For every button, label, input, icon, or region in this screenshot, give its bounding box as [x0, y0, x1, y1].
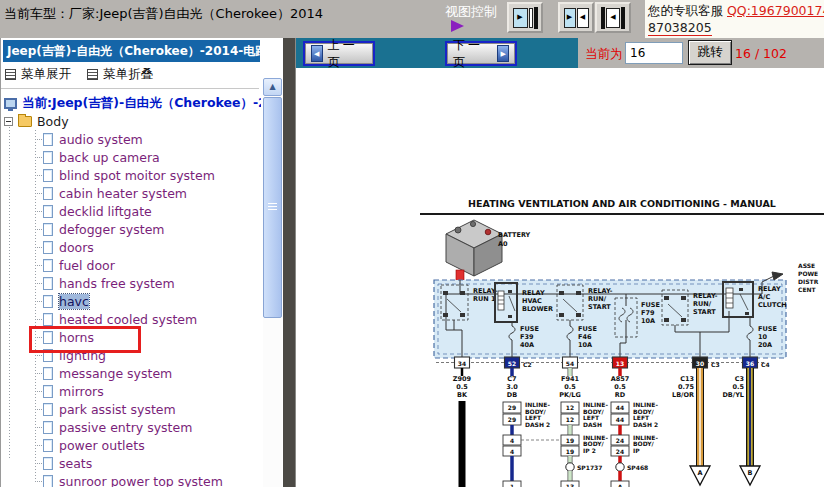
customer-service-area: 您的专职客服 QQ:1967900174 87038205: [645, 0, 824, 38]
tree-item-back-up-camera[interactable]: back up camera: [1, 148, 261, 166]
prev-page-button[interactable]: ◀ 上一页: [303, 41, 375, 66]
svg-text:IP 2: IP 2: [583, 447, 596, 454]
tree-item-havc-selected[interactable]: havc: [1, 292, 261, 310]
tree-item-sunroof-power-top[interactable]: sunroor power top system: [1, 472, 261, 487]
tree-item-cabin-heater[interactable]: cabin heater system: [1, 184, 261, 202]
system-tree: 当前:Jeep(吉普)-自由光（Cherokee）-20 Body audio …: [1, 88, 261, 487]
tree-item-decklid-liftgate[interactable]: decklid liftgate: [1, 202, 261, 220]
svg-text:BODY/: BODY/: [583, 440, 605, 447]
tree-item-blind-spot[interactable]: blind spot moitor system: [1, 166, 261, 184]
relay-run-start-label: RUN/: [588, 295, 607, 303]
svg-text:29: 29: [508, 404, 516, 411]
page-icon: [43, 187, 53, 200]
pin-number: 52: [508, 360, 516, 367]
service-label: 您的专职客服: [648, 3, 723, 18]
svg-text:A857: A857: [611, 375, 630, 383]
page-icon: [43, 457, 53, 470]
tree-folder-body[interactable]: Body: [1, 112, 261, 130]
pan-center-button[interactable]: ▶ ◀: [558, 2, 594, 33]
relay-run-start2-label: RELAY-: [693, 292, 718, 300]
tree-item-hands-free[interactable]: hands free system: [1, 274, 261, 292]
connector-label: C4: [761, 361, 770, 368]
splice-point: [566, 463, 574, 471]
wire-z909: Z909 0.5 BK: [453, 368, 472, 487]
fuse-f79-label: 10A: [641, 317, 655, 325]
pan-left-button[interactable]: ◀: [595, 2, 631, 33]
tree-item-message-system[interactable]: messange system: [1, 364, 261, 382]
qq-contact-link[interactable]: QQ:1967900174: [727, 3, 824, 18]
page-number-input[interactable]: [625, 42, 683, 64]
prev-page-label: 上一页: [328, 37, 367, 71]
view-control-label: 视图控制: [445, 3, 497, 21]
pan-right-button[interactable]: ▶: [507, 2, 543, 33]
svg-text:0.75: 0.75: [678, 383, 695, 391]
panel-divider[interactable]: [283, 38, 296, 487]
pin-number: 30: [696, 360, 704, 367]
svg-text:3.0: 3.0: [506, 383, 518, 391]
svg-text:IP: IP: [633, 447, 640, 454]
svg-text:29: 29: [508, 416, 516, 423]
tree-item-audio-system[interactable]: audio system: [1, 130, 261, 148]
svg-text:BK: BK: [457, 391, 468, 399]
sidebar-scrollbar[interactable]: ▲: [263, 78, 282, 487]
jump-button[interactable]: 跳转: [688, 40, 732, 65]
page-icon: [43, 169, 53, 182]
svg-text:0.5: 0.5: [456, 383, 468, 391]
wiring-diagram: HEATING VENTILATION AND AIR CONDITIONING…: [296, 68, 824, 487]
page-icon: [43, 151, 53, 164]
relay-ac-clutch-label: CLUTCH: [758, 301, 787, 309]
collapse-toggle-icon[interactable]: [4, 117, 13, 126]
sidebar: Jeep(吉普)-自由光（Cherokee）-2014-电路图 菜单展开 菜单折…: [0, 38, 283, 487]
svg-text:F941: F941: [561, 375, 579, 383]
page-nav-bar: ◀ 上一页 下一页 ▶ 当前为 跳转 16 / 102: [296, 38, 824, 68]
menu-list-icon: [5, 69, 16, 80]
page-icon: [43, 313, 53, 326]
svg-text:A: A: [697, 469, 702, 477]
tree-item-power-outlets[interactable]: power outlets: [1, 436, 261, 454]
relay-run-start-label: START: [588, 303, 611, 311]
page-icon: [43, 133, 53, 146]
menu-collapse-button[interactable]: 菜单折叠: [87, 66, 153, 83]
svg-text:A: A: [618, 483, 623, 487]
page-icon: [43, 223, 53, 236]
tree-item-doors[interactable]: doors: [1, 238, 261, 256]
pdc-label: POWE: [798, 270, 818, 277]
tree-item-mirrors[interactable]: mirrors: [1, 382, 261, 400]
tree-item-park-assist[interactable]: park assist system: [1, 400, 261, 418]
right-arrow-icon: ▶: [497, 45, 509, 62]
page-indicator: 16 / 102: [735, 46, 787, 61]
svg-text:Z909: Z909: [453, 375, 472, 383]
next-page-button[interactable]: 下一页 ▶: [445, 41, 517, 66]
next-page-label: 下一页: [453, 37, 492, 71]
menu-commands: 菜单展开 菜单折叠: [5, 66, 153, 83]
tree-item-seats[interactable]: seats: [1, 454, 261, 472]
wire-c13: C13 0.75 LB/OR A: [672, 368, 710, 485]
svg-text:DASH 2: DASH 2: [633, 421, 658, 428]
fuse-f39-label: 40A: [520, 341, 534, 349]
scroll-up-icon[interactable]: ▲: [263, 78, 282, 96]
pdc-label: ASSE: [798, 262, 815, 269]
tree-item-defogger[interactable]: defogger system: [1, 220, 261, 238]
pdc-label: DISTR: [798, 278, 819, 285]
fuse-f79-label: FUSE: [641, 301, 660, 309]
tree-item-fuel-door[interactable]: fuel door: [1, 256, 261, 274]
tree-root-node[interactable]: 当前:Jeep(吉普)-自由光（Cherokee）-20: [1, 94, 261, 112]
page-icon: [43, 367, 53, 380]
svg-text:24: 24: [616, 437, 624, 444]
pin-number: 36: [746, 360, 754, 367]
current-page-label: 当前为: [585, 46, 623, 63]
tree-item-passive-entry[interactable]: passive entry system: [1, 418, 261, 436]
pin-number: 54: [566, 360, 574, 367]
scrollbar-thumb[interactable]: [263, 97, 282, 318]
panel-right-arrow-icon: ▶: [564, 8, 576, 28]
panel-bar-icon: [621, 7, 625, 29]
svg-text:SP1737: SP1737: [577, 464, 602, 471]
wire-f941: F941 0.5 PK/LG 12 INLINE- BODY/ 12 LEFT …: [559, 368, 608, 487]
top-bar: 当前车型：厂家:Jeep(吉普)自由光（Cherokee）2014 视图控制 ▶…: [0, 0, 824, 38]
pdc-pin-row: 34 52 54 13 30 36 C2 C3 C4: [436, 357, 770, 368]
menu-expand-button[interactable]: 菜单展开: [5, 66, 71, 83]
svg-text:12: 12: [566, 404, 574, 411]
menu-list-icon: [87, 69, 98, 80]
fuse-10-label: FUSE: [758, 325, 777, 333]
svg-text:C7: C7: [507, 375, 516, 383]
